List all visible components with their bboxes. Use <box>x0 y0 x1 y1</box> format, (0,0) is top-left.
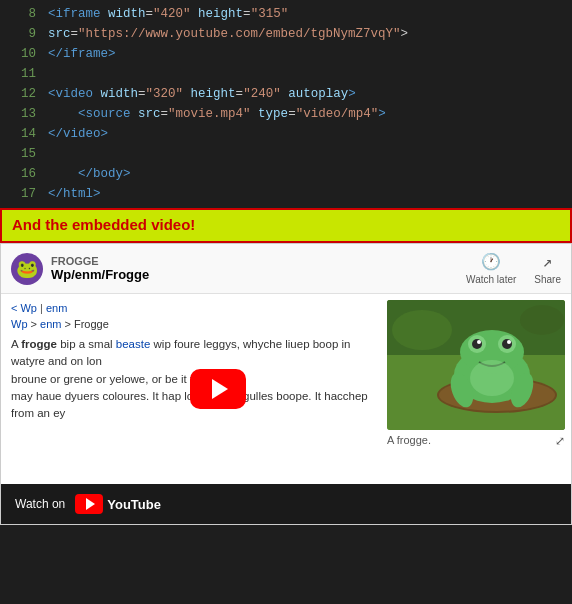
code-line-11: 11 <box>0 64 572 84</box>
frog-image <box>387 300 565 430</box>
frog-svg <box>387 300 565 430</box>
code-line-9: 9 src="https://www.youtube.com/embed/tgb… <box>0 24 572 44</box>
youtube-logo-text: YouTube <box>107 497 161 512</box>
line-number: 12 <box>8 84 36 104</box>
svg-point-11 <box>507 340 511 344</box>
code-content: <iframe width="420" height="315" <box>48 4 288 24</box>
youtube-content: < Wp | enm Wp > enm > Frogge A frogge bi… <box>1 294 571 484</box>
line-number: 11 <box>8 64 36 84</box>
line-number: 16 <box>8 164 36 184</box>
video-title: Wp/enm/Frogge <box>51 267 149 282</box>
code-content: <source src="movie.mp4" type="video/mp4"… <box>48 104 386 124</box>
code-content: <video width="320" height="240" autoplay… <box>48 84 356 104</box>
line-number: 17 <box>8 184 36 204</box>
breadcrumb-link-wp[interactable]: < Wp <box>11 302 37 314</box>
breadcrumb-link-enm2[interactable]: enm <box>40 318 61 330</box>
breadcrumb-link-wp2[interactable]: Wp <box>11 318 28 330</box>
youtube-actions: 🕐 Watch later ↗ Share <box>466 252 561 285</box>
code-content <box>48 64 56 84</box>
share-label: Share <box>534 274 561 285</box>
code-line-17: 17 </html> <box>0 184 572 204</box>
watch-later-label: Watch later <box>466 274 516 285</box>
youtube-play-icon <box>86 498 95 510</box>
share-button[interactable]: ↗ Share <box>534 252 561 285</box>
code-content: src="https://www.youtube.com/embed/tgbNy… <box>48 24 408 44</box>
watch-on-text: Watch on <box>15 497 65 511</box>
share-icon: ↗ <box>543 252 553 272</box>
bold-word: frogge <box>21 338 57 350</box>
frog-image-panel: A frogge. ⤢ <box>381 294 571 484</box>
code-content <box>48 144 56 164</box>
watch-later-button[interactable]: 🕐 Watch later <box>466 252 516 285</box>
svg-point-14 <box>470 360 514 396</box>
code-line-13: 13 <source src="movie.mp4" type="video/m… <box>0 104 572 124</box>
channel-name: FROGGE <box>51 255 149 267</box>
article-link[interactable]: beaste <box>116 338 151 350</box>
title-area: FROGGE Wp/enm/Frogge <box>51 255 149 282</box>
line-number: 10 <box>8 44 36 64</box>
code-line-14: 14 </video> <box>0 124 572 144</box>
code-content: </video> <box>48 124 108 144</box>
play-button[interactable] <box>190 369 246 409</box>
play-icon <box>212 379 228 399</box>
code-line-8: 8 <iframe width="420" height="315" <box>0 4 572 24</box>
page-title: Wp > enm > Frogge <box>11 318 371 330</box>
svg-point-8 <box>472 339 482 349</box>
line-number: 13 <box>8 104 36 124</box>
youtube-logo-icon <box>75 494 103 514</box>
code-line-12: 12 <video width="320" height="240" autop… <box>0 84 572 104</box>
code-content: </iframe> <box>48 44 116 64</box>
avatar: 🐸 <box>11 253 43 285</box>
frog-caption: A frogge. ⤢ <box>387 434 565 448</box>
youtube-footer[interactable]: Watch on YouTube <box>1 484 571 524</box>
youtube-logo[interactable]: YouTube <box>75 494 161 514</box>
code-editor: 8 <iframe width="420" height="315" 9 src… <box>0 0 572 208</box>
youtube-channel-info: 🐸 FROGGE Wp/enm/Frogge <box>11 253 149 285</box>
svg-point-10 <box>477 340 481 344</box>
breadcrumb: < Wp | enm <box>11 302 371 314</box>
section-heading-text: And the embedded video! <box>12 216 195 233</box>
line-number: 14 <box>8 124 36 144</box>
youtube-header: 🐸 FROGGE Wp/enm/Frogge 🕐 Watch later ↗ S… <box>1 244 571 294</box>
expand-icon: ⤢ <box>555 434 565 448</box>
code-content: </body> <box>48 164 131 184</box>
code-line-16: 16 </body> <box>0 164 572 184</box>
clock-icon: 🕐 <box>481 252 501 272</box>
line-number: 15 <box>8 144 36 164</box>
breadcrumb-link-enm[interactable]: enm <box>46 302 67 314</box>
svg-point-9 <box>502 339 512 349</box>
avatar-icon: 🐸 <box>16 258 38 280</box>
code-line-15: 15 <box>0 144 572 164</box>
section-heading-bar: And the embedded video! <box>0 208 572 243</box>
svg-point-15 <box>392 310 452 350</box>
code-line-10: 10 </iframe> <box>0 44 572 64</box>
line-number: 9 <box>8 24 36 44</box>
youtube-embed: 🐸 FROGGE Wp/enm/Frogge 🕐 Watch later ↗ S… <box>0 243 572 525</box>
line-number: 8 <box>8 4 36 24</box>
code-content: </html> <box>48 184 101 204</box>
svg-point-16 <box>520 305 564 335</box>
